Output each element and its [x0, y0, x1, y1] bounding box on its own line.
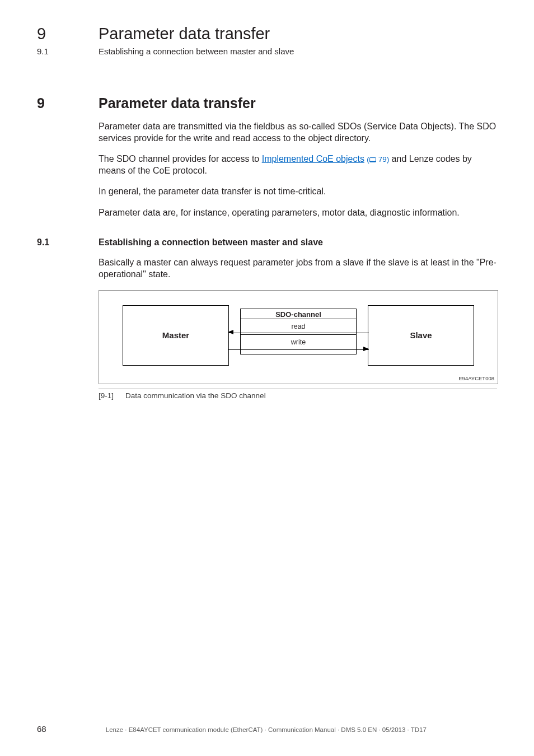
header-section-title: Establishing a connection between master…: [99, 43, 497, 56]
chapter-body: Parameter data are transmitted via the f…: [99, 120, 497, 218]
link-implemented-coe-objects[interactable]: Implemented CoE objects: [262, 154, 364, 164]
page-number: 68: [37, 724, 46, 734]
figure-arrow-right-icon: [363, 347, 369, 351]
running-header: 9 Parameter data transfer 9.1 Establishi…: [37, 25, 497, 56]
figure-master-box: Master: [123, 305, 229, 366]
figure-caption: [9-1] Data communication via the SDO cha…: [99, 389, 497, 400]
header-section-number: 9.1: [37, 43, 99, 56]
chapter-number: 9: [37, 95, 99, 111]
divider-rule: _ _ _ _ _ _ _ _ _ _ _ _ _ _ _ _ _ _ _ _ …: [37, 73, 497, 82]
section-body: Basically a master can always request pa…: [99, 256, 497, 400]
header-chapter-title: Parameter data transfer: [99, 25, 497, 43]
section-number: 9.1: [37, 237, 99, 248]
page-footer: 68 Lenze · E84AYCET communication module…: [37, 724, 497, 734]
text: The SDO channel provides for access to: [99, 154, 262, 164]
paragraph: Parameter data are transmitted via the f…: [99, 120, 497, 144]
figure-arrow-read-line: [228, 333, 369, 333]
chapter-title: Parameter data transfer: [99, 95, 497, 111]
figure-sdo-channel: Master Slave SDO-channel read write E94A…: [99, 290, 498, 384]
header-chapter-number: 9: [37, 25, 99, 43]
figure-arrow-write-line: [228, 349, 369, 350]
doc-id-line: Lenze · E84AYCET communication module (E…: [46, 726, 486, 733]
figure-caption-text: Data communication via the SDO channel: [125, 389, 497, 400]
figure-code: E94AYCET008: [458, 375, 494, 381]
section-title: Establishing a connection between master…: [99, 237, 497, 248]
section-heading: 9.1 Establishing a connection between ma…: [37, 237, 497, 248]
paragraph: The SDO channel provides for access to I…: [99, 153, 497, 176]
cross-reference[interactable]: ( 79): [367, 155, 389, 164]
paragraph: Basically a master can always request pa…: [99, 256, 497, 280]
figure-caption-key: [9-1]: [99, 389, 125, 400]
figure-slave-box: Slave: [368, 305, 474, 366]
paragraph: In general, the parameter data transfer …: [99, 185, 497, 197]
svg-rect-1: [369, 161, 376, 162]
figure-channel-write: write: [241, 334, 356, 350]
figure-channel-box: SDO-channel read write: [240, 309, 357, 354]
cross-reference-page: 79: [378, 155, 387, 164]
chapter-heading: 9 Parameter data transfer: [37, 95, 497, 111]
figure-channel-title: SDO-channel: [241, 309, 356, 319]
paragraph: Parameter data are, for instance, operat…: [99, 207, 497, 218]
figure-arrow-left-icon: [228, 330, 233, 334]
